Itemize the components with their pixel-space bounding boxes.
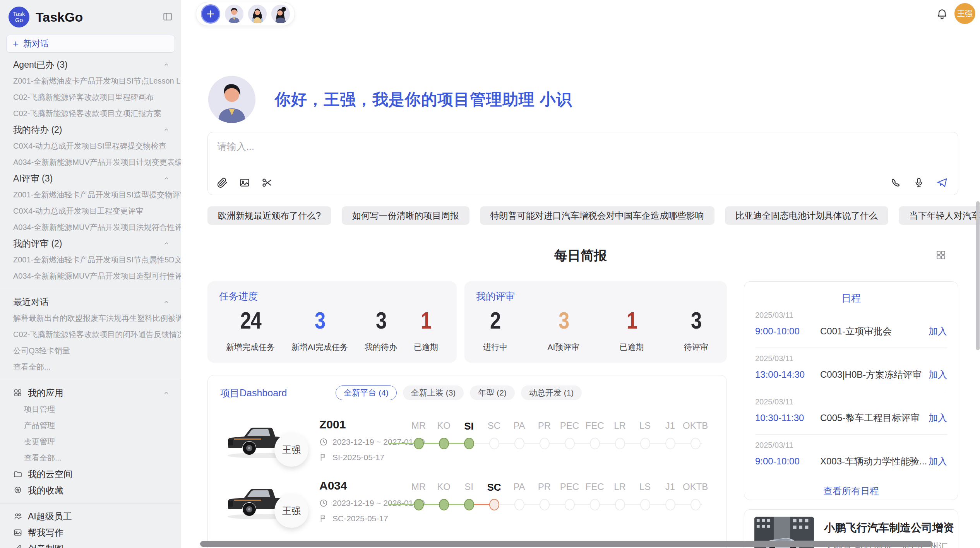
project-row[interactable]: 王强 Z001 2023-12-19 ~ 2027-01-19 SI-2025-… [208, 414, 726, 475]
app-title: TaskGo [36, 10, 83, 25]
composer-right-icons [890, 177, 948, 188]
divider [0, 503, 181, 503]
app-item-product-mgmt[interactable]: 产品管理 [0, 417, 181, 433]
filter-new-platform[interactable]: 全新平台 (4) [336, 385, 397, 400]
agent-quick-toolbar [196, 2, 295, 26]
milestone-dot [540, 499, 550, 510]
app-item-change-mgmt[interactable]: 变更管理 [0, 433, 181, 450]
section-recent-chats[interactable]: 最近对话 [0, 294, 181, 310]
suggestion-chip[interactable]: 当下年轻人对汽车外观有怎样的喜好趋势 [899, 206, 980, 225]
stat-overdue: 1 已逾期 [620, 307, 644, 353]
project-owner-badge: 王强 [274, 433, 308, 467]
user-avatar[interactable]: 王强 [954, 3, 975, 24]
section-my-review[interactable]: 我的评审 (2) [0, 235, 181, 252]
recent-chat-item[interactable]: C02-飞腾新能源轻客改款项目的闭环通告反馈情况 [0, 326, 181, 342]
join-link[interactable]: 加入 [929, 412, 947, 424]
section-ai-review[interactable]: AI评审 (3) [0, 170, 181, 187]
people-icon [13, 512, 22, 521]
view-all-schedule-link[interactable]: 查看所有日程 [755, 485, 947, 497]
folder-icon [13, 469, 22, 479]
task-item[interactable]: C02-飞腾新能源轻客改款项目立项汇报方案 [0, 105, 181, 122]
greeting-block: 你好，王强，我是你的项目管理助理 小识 [208, 76, 572, 123]
project-dashboard-card: 项目Dashboard 全新平台 (4) 全新上装 (3) 年型 (2) 动总开… [207, 375, 727, 548]
stat-in-progress: 2 进行中 [483, 307, 507, 353]
news-title: 小鹏飞行汽车制造公司增资 [824, 521, 954, 535]
section-my-apps[interactable]: 我的应用 [0, 385, 181, 401]
stat-new-done: 24 新增完成任务 [226, 307, 275, 353]
task-item[interactable]: A034-全新新能源MUV产品开发项目计划变更表编写 [0, 154, 181, 170]
right-column: 日程 2025/03/11 9:00-10:00 C001-立项审批会 加入 2… [744, 281, 958, 548]
notification-bell-icon[interactable] [936, 8, 948, 20]
task-item[interactable]: A034-全新新能源MUV产品开发项目造型可行性评审 [0, 268, 181, 284]
task-item[interactable]: Z001-全新燃油轻卡产品开发项目SI造型提交物评审 [0, 187, 181, 203]
apps-view-all[interactable]: 查看全部... [0, 450, 181, 466]
sidebar-item-help-write[interactable]: 帮我写作 [0, 524, 181, 541]
join-link[interactable]: 加入 [929, 455, 947, 468]
composer-left-icons [216, 177, 273, 188]
schedule-name: C003|H0B-方案冻结评审 [820, 368, 929, 381]
suggestion-chip[interactable]: 比亚迪全固态电池计划具体说了什么 [725, 206, 888, 225]
recent-chat-item[interactable]: 公司Q3轻卡销量 [0, 342, 181, 359]
milestone-dot-overdue [489, 499, 499, 510]
new-chat-button[interactable]: + 新对话 [6, 35, 175, 53]
sidebar-collapse-icon[interactable] [163, 12, 173, 22]
recent-chat-item[interactable]: 解释最新出台的欧盟报废车法规再生塑料比例被调至15%... [0, 310, 181, 326]
task-item[interactable]: C0X4-动力总成开发项目SI里程碑提交物检查 [0, 138, 181, 154]
agent-avatar-man[interactable] [225, 5, 243, 23]
suggestion-chip[interactable]: 特朗普可能对进口汽车增税会对中国车企造成哪些影响 [480, 206, 714, 225]
stat-overdue: 1 已逾期 [414, 307, 438, 353]
attachment-icon[interactable] [216, 177, 228, 188]
milestone-timeline: MRKO SISC PAPR PECFEC LRLS J1OKTB [406, 420, 716, 451]
send-icon[interactable] [936, 177, 948, 188]
suggestion-chip[interactable]: 如何写一份清晰的项目周报 [342, 206, 469, 225]
schedule-name: C005-整车工程目标评审 [820, 412, 929, 424]
task-item[interactable]: Z001-全新燃油皮卡产品开发项目SI节点Lesson Learn报告 [0, 73, 181, 89]
chevron-up-icon [163, 175, 170, 182]
milestone-dot [615, 438, 625, 449]
task-item[interactable]: C0X4-动力总成开发项目工程变更评审 [0, 203, 181, 219]
vertical-scrollbar[interactable] [976, 201, 980, 350]
agent-avatar-woman-yellow[interactable] [248, 5, 267, 23]
milestone-dot-done [414, 499, 424, 510]
milestone-dot [640, 499, 650, 510]
recent-view-all[interactable]: 查看全部... [0, 359, 181, 375]
schedule-card: 日程 2025/03/11 9:00-10:00 C001-立项审批会 加入 2… [744, 281, 958, 500]
scissors-icon[interactable] [261, 177, 273, 188]
microphone-icon[interactable] [913, 177, 925, 188]
filter-new-upfit[interactable]: 全新上装 (3) [403, 385, 464, 400]
stat-pending-review: 3 待评审 [684, 307, 708, 353]
schedule-item: 2025/03/11 10:30-11:30 C005-整车工程目标评审 加入 [755, 391, 947, 435]
project-row[interactable]: 王强 A034 2023-12-19 ~ 2026-01-19 SC-2025-… [208, 475, 726, 536]
message-input[interactable] [217, 141, 875, 152]
add-agent-button[interactable] [201, 4, 220, 24]
filter-powertrain[interactable]: 动总开发 (1) [521, 385, 582, 400]
milestone-dot [565, 499, 575, 510]
sidebar-item-cloud-space[interactable]: 我的云空间 [0, 466, 181, 482]
brief-layout-grid-icon[interactable] [935, 249, 947, 261]
suggestion-chip[interactable]: 欧洲新规最近颁布了什么? [207, 206, 331, 225]
sidebar-item-ai-super-staff[interactable]: AI超级员工 [0, 508, 181, 524]
milestone-dot [640, 438, 650, 449]
section-agent-done[interactable]: Agent已办 (3) [0, 57, 181, 73]
horizontal-scrollbar[interactable] [200, 541, 933, 547]
app-item-project-mgmt[interactable]: 项目管理 [0, 401, 181, 417]
agent-avatar-woman-dark[interactable] [271, 5, 290, 23]
join-link[interactable]: 加入 [929, 325, 947, 337]
task-item[interactable]: Z001-全新燃油轻卡产品开发项目SI节点属性5D文件评审 [0, 252, 181, 268]
task-item[interactable]: C02-飞腾新能源轻客改款项目里程碑画布 [0, 89, 181, 105]
filter-model-year[interactable]: 年型 (2) [470, 385, 515, 400]
insert-image-icon[interactable] [239, 177, 250, 188]
schedule-date: 2025/03/11 [755, 354, 947, 363]
phone-call-icon[interactable] [890, 177, 901, 188]
task-item[interactable]: A034-全新新能源MUV产品开发项目法规符合性评审 [0, 219, 181, 235]
sidebar-item-creative-draw[interactable]: 创意制图 [0, 541, 181, 548]
milestone-timeline: MRKO SISC PAPR PECFEC LRLS J1OKTB [406, 481, 716, 512]
dashboard-title: 项目Dashboard [220, 387, 287, 399]
suggestion-chips: 欧洲新规最近颁布了什么? 如何写一份清晰的项目周报 特朗普可能对进口汽车增税会对… [207, 206, 980, 225]
clock-icon [319, 438, 328, 446]
join-link[interactable]: 加入 [929, 368, 947, 381]
chevron-up-icon [163, 299, 170, 305]
sidebar-item-favorites[interactable]: 我的收藏 [0, 482, 181, 498]
project-flag-date: SC-2025-05-17 [319, 514, 425, 523]
section-my-todo[interactable]: 我的待办 (2) [0, 122, 181, 138]
